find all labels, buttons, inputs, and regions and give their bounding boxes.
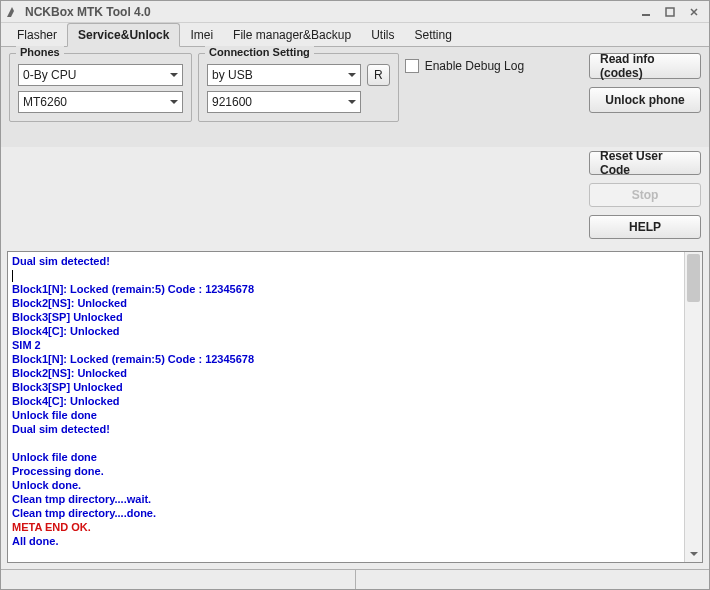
tab-service-unlock[interactable]: Service&Unlock bbox=[67, 23, 180, 47]
titlebar: NCKBox MTK Tool 4.0 bbox=[1, 1, 709, 23]
scroll-thumb[interactable] bbox=[687, 254, 700, 302]
tab-flasher[interactable]: Flasher bbox=[7, 24, 67, 46]
refresh-label: R bbox=[374, 68, 383, 82]
log-line: Dual sim detected! bbox=[12, 422, 680, 436]
phones-mode-value: 0-By CPU bbox=[23, 68, 76, 82]
log-line: Block4[C]: Unlocked bbox=[12, 324, 680, 338]
reset-user-code-button[interactable]: Reset User Code bbox=[589, 151, 701, 175]
tab-file-manager-backup[interactable]: File manager&Backup bbox=[223, 24, 361, 46]
action-column-top: Read info (codes) Unlock phone bbox=[589, 53, 701, 113]
log-line: Processing done. bbox=[12, 464, 680, 478]
phones-group: Phones 0-By CPU MT6260 bbox=[9, 53, 192, 122]
tab-bar: FlasherService&UnlockImeiFile manager&Ba… bbox=[1, 23, 709, 47]
status-cell-2 bbox=[356, 570, 710, 589]
phones-cpu-value: MT6260 bbox=[23, 95, 67, 109]
window-title: NCKBox MTK Tool 4.0 bbox=[25, 5, 633, 19]
action-column-bottom-wrap: Reset User Code Stop HELP bbox=[1, 147, 709, 247]
help-button[interactable]: HELP bbox=[589, 215, 701, 239]
log-line: Unlock file done bbox=[12, 450, 680, 464]
log-line: All done. bbox=[12, 534, 680, 548]
read-info-label: Read info (codes) bbox=[600, 52, 690, 80]
enable-debug-checkbox[interactable] bbox=[405, 59, 419, 73]
close-button[interactable] bbox=[683, 4, 705, 20]
refresh-button[interactable]: R bbox=[367, 64, 390, 86]
svg-rect-0 bbox=[642, 14, 650, 16]
chevron-down-icon bbox=[170, 98, 178, 106]
stop-label: Stop bbox=[632, 188, 659, 202]
baud-select[interactable]: 921600 bbox=[207, 91, 361, 113]
main-panel: Phones 0-By CPU MT6260 Connection Settin… bbox=[1, 47, 709, 147]
read-info-button[interactable]: Read info (codes) bbox=[589, 53, 701, 79]
maximize-button[interactable] bbox=[659, 4, 681, 20]
log-line: Block3[SP] Unlocked bbox=[12, 310, 680, 324]
reset-user-code-label: Reset User Code bbox=[600, 149, 690, 177]
connection-group: Connection Setting by USB R 921600 bbox=[198, 53, 399, 122]
log-line: Block4[C]: Unlocked bbox=[12, 394, 680, 408]
log-line bbox=[12, 436, 680, 450]
enable-debug-wrap[interactable]: Enable Debug Log bbox=[405, 59, 524, 73]
log-line: SIM 2 bbox=[12, 338, 680, 352]
log-text[interactable]: Dual sim detected!Block1[N]: Locked (rem… bbox=[8, 252, 684, 562]
status-bar bbox=[1, 569, 709, 589]
log-line: Block1[N]: Locked (remain:5) Code : 1234… bbox=[12, 352, 680, 366]
baud-value: 921600 bbox=[212, 95, 252, 109]
log-line: Clean tmp directory....wait. bbox=[12, 492, 680, 506]
unlock-phone-button[interactable]: Unlock phone bbox=[589, 87, 701, 113]
app-window: NCKBox MTK Tool 4.0 FlasherService&Unloc… bbox=[0, 0, 710, 590]
connection-legend: Connection Setting bbox=[205, 46, 314, 58]
svg-rect-1 bbox=[666, 8, 674, 16]
log-line: Block2[NS]: Unlocked bbox=[12, 366, 680, 380]
log-line: Unlock file done bbox=[12, 408, 680, 422]
log-line: Unlock done. bbox=[12, 478, 680, 492]
phones-legend: Phones bbox=[16, 46, 64, 58]
log-line: Block3[SP] Unlocked bbox=[12, 380, 680, 394]
log-line bbox=[12, 268, 680, 282]
log-line: Block2[NS]: Unlocked bbox=[12, 296, 680, 310]
tab-imei[interactable]: Imei bbox=[180, 24, 223, 46]
phones-cpu-select[interactable]: MT6260 bbox=[18, 91, 183, 113]
minimize-button[interactable] bbox=[635, 4, 657, 20]
phones-mode-select[interactable]: 0-By CPU bbox=[18, 64, 183, 86]
app-icon bbox=[5, 5, 19, 19]
chevron-down-icon bbox=[348, 98, 356, 106]
connection-method-select[interactable]: by USB bbox=[207, 64, 361, 86]
tab-utils[interactable]: Utils bbox=[361, 24, 404, 46]
chevron-down-icon bbox=[170, 71, 178, 79]
stop-button: Stop bbox=[589, 183, 701, 207]
chevron-down-icon bbox=[348, 71, 356, 79]
log-line: Clean tmp directory....done. bbox=[12, 506, 680, 520]
help-label: HELP bbox=[629, 220, 661, 234]
log-line: META END OK. bbox=[12, 520, 680, 534]
scroll-down-icon[interactable] bbox=[685, 546, 702, 562]
log-line: Dual sim detected! bbox=[12, 254, 680, 268]
status-cell-1 bbox=[1, 570, 356, 589]
unlock-phone-label: Unlock phone bbox=[605, 93, 684, 107]
enable-debug-label: Enable Debug Log bbox=[425, 59, 524, 73]
log-line: Block1[N]: Locked (remain:5) Code : 1234… bbox=[12, 282, 680, 296]
scrollbar[interactable] bbox=[684, 252, 702, 562]
action-column-bottom: Reset User Code Stop HELP bbox=[589, 151, 701, 239]
tab-setting[interactable]: Setting bbox=[404, 24, 461, 46]
connection-method-value: by USB bbox=[212, 68, 253, 82]
log-panel: Dual sim detected!Block1[N]: Locked (rem… bbox=[7, 251, 703, 563]
